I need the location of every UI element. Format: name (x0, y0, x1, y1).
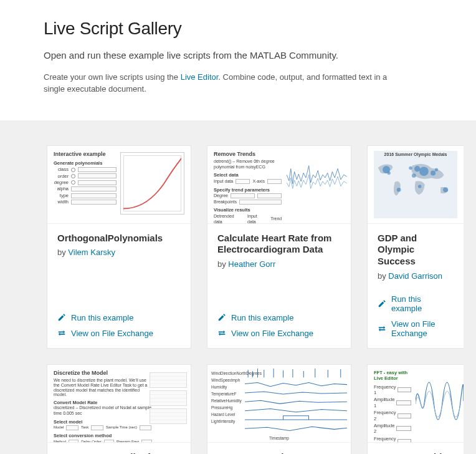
card-body: Calculate Heart Rate from Electrocardiog… (207, 224, 351, 272)
lbl: Amplitude 2 (374, 423, 394, 435)
svg-point-7 (418, 185, 421, 188)
thumb-section: Select model (54, 419, 152, 425)
by-label: by (378, 271, 386, 281)
lbl: Prewarp Freq (117, 440, 139, 443)
radio-icon (71, 180, 75, 185)
thumb-section: Visualize results (214, 207, 282, 213)
card-thumbnail: 2016 Summer Olympic Medals (368, 146, 464, 224)
lbl: LightIntensity (211, 418, 262, 425)
card-title: Tune PID Controller from Measured Plant … (57, 452, 181, 454)
thumb-title: FFT - easy with Live Editor (374, 370, 411, 382)
view-exchange-link[interactable]: View on File Exchange (378, 319, 454, 338)
chk: Trend (270, 216, 282, 222)
run-example-link[interactable]: Run this example (217, 313, 341, 322)
lbl: Task (81, 425, 88, 430)
view-label: View on File Exchange (231, 329, 313, 338)
input-box (397, 439, 411, 443)
f-label: Degree (214, 193, 228, 199)
ctl-label: order (54, 173, 69, 179)
polynomial-chart (120, 152, 185, 215)
intro-subtext: Create your own live scripts using the L… (44, 72, 389, 95)
view-exchange-link[interactable]: View on File Exchange (57, 329, 181, 338)
gallery-row: Interactive example Generate polynomials… (47, 145, 476, 349)
view-label: View on File Exchange (391, 319, 454, 338)
page-title: Live Script Gallery (44, 19, 432, 39)
f-label: Input data (214, 179, 233, 185)
swap-icon (57, 329, 66, 337)
lbl: Delay Order (81, 440, 101, 443)
lbl: Model (54, 425, 64, 430)
ctl-label: type (54, 193, 69, 198)
ctl-label: width (54, 199, 69, 205)
lbl: Frequency 2 (374, 410, 396, 422)
by-label: by (217, 259, 226, 269)
run-label: Run this example (391, 294, 454, 313)
thumb-desc: detrend() – Remove 0th degree polynomial… (214, 159, 275, 169)
lbl: PressureHg (211, 404, 262, 411)
thumb-subtitle: Generate polynomials (54, 160, 117, 166)
author-link[interactable]: David Garrison (388, 271, 442, 281)
thumb-task: Convert Model Rate (54, 400, 152, 405)
gallery-card: Remove Trends detrend() – Remove 0th deg… (207, 145, 351, 349)
svg-point-10 (387, 171, 390, 174)
thumb-section: Specify trend parameters (214, 187, 282, 193)
run-example-link[interactable]: Run this example (378, 294, 454, 313)
input-box (71, 186, 117, 191)
card-title: Temperature changes during a day (217, 452, 341, 454)
card-thumbnail: WindDirectionNorthDegrees WindSpeedmph H… (207, 365, 351, 443)
input-box (78, 180, 117, 185)
svg-point-4 (412, 173, 416, 178)
input-box (267, 179, 282, 184)
author-link[interactable]: Vilem Karsky (68, 248, 115, 257)
card-byline: by Vilem Karsky (57, 248, 181, 257)
lbl: Method (54, 440, 66, 443)
card-title: FFT - easy with Live Editor (378, 452, 454, 454)
svg-point-5 (397, 188, 401, 192)
input-box (78, 167, 117, 172)
temp-row-labels: WindDirectionNorthDegrees WindSpeedmph H… (211, 370, 262, 425)
x-axis-label: Timestamp (207, 436, 351, 441)
svg-point-6 (443, 187, 448, 192)
ctl-label: class (54, 167, 69, 172)
pencil-icon (57, 313, 66, 322)
input-box (104, 440, 114, 443)
card-body: GDP and Olympic Success by David Garriso… (368, 224, 464, 283)
radio-icon (71, 168, 75, 172)
input-box (239, 200, 282, 205)
world-map-chart: 2016 Summer Olympic Medals (374, 151, 457, 218)
thumb-title: Discretize the Model (54, 370, 152, 377)
lbl: WindSpeedmph (211, 377, 262, 384)
author-link[interactable]: Heather Gorr (228, 259, 275, 269)
input-box (66, 425, 79, 430)
radio-icon (71, 174, 75, 178)
pencil-icon (378, 299, 386, 308)
ctl-label: degree (54, 180, 69, 185)
intro-lead: Open and run these example live scripts … (44, 50, 432, 60)
input-box (396, 426, 411, 431)
swap-icon (217, 329, 226, 337)
live-editor-link[interactable]: Live Editor (181, 72, 219, 82)
gallery: Interactive example Generate polynomials… (0, 120, 476, 454)
input-box (91, 425, 103, 430)
gallery-card: Discretize the Model We need to discreti… (47, 364, 191, 454)
lbl: Frequency 1 (374, 384, 396, 396)
intro-section: Live Script Gallery Open and run these e… (0, 0, 476, 120)
thumb-section: Select data (214, 172, 282, 178)
input-box (78, 173, 117, 178)
card-body: FFT - easy with Live Editor by Martin Fo… (368, 443, 464, 454)
chk: Input data (247, 214, 267, 224)
gallery-card: FFT - easy with Live Editor Frequency 1 … (367, 364, 464, 454)
lbl: TemperatureF (211, 390, 262, 397)
intro-sub-before: Create your own live scripts using the (44, 72, 181, 82)
card-actions: Run this example View on File Exchange (47, 302, 191, 348)
card-byline: by Heather Gorr (217, 259, 341, 269)
run-example-link[interactable]: Run this example (57, 313, 181, 322)
thumb-title: Interactive example (54, 151, 117, 158)
gallery-card: WindDirectionNorthDegrees WindSpeedmph H… (207, 364, 351, 454)
thumb-desc: We need to discretize the plant model. W… (54, 378, 152, 397)
lbl: Hazard Level (211, 411, 262, 418)
card-body: Temperature changes during a day by Adam… (207, 443, 351, 454)
chk: Detrended data (214, 214, 244, 224)
view-exchange-link[interactable]: View on File Exchange (217, 329, 341, 338)
card-title: OrthogonalPolynomials (57, 233, 181, 244)
